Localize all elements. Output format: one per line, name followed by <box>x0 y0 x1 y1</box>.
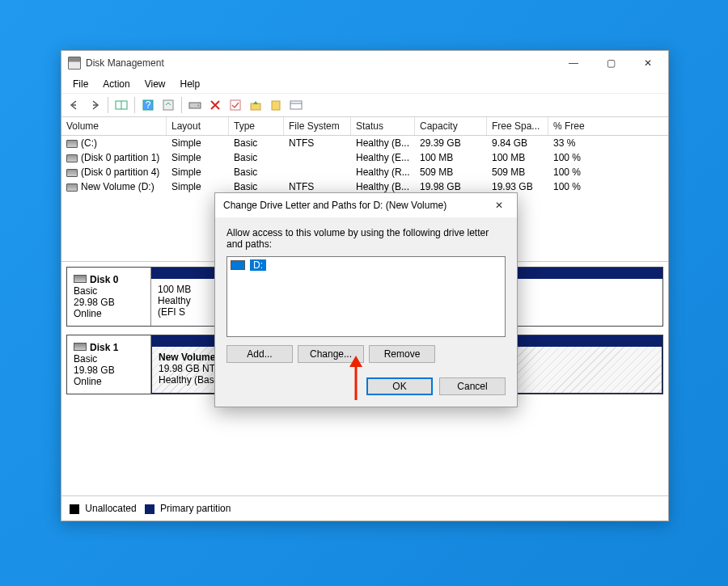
cell-type: Basic <box>229 137 284 150</box>
delete-icon[interactable] <box>206 96 224 114</box>
svg-rect-10 <box>290 101 302 109</box>
dialog-close-button[interactable]: ✕ <box>483 194 515 217</box>
col-capacity[interactable]: Capacity <box>415 117 487 135</box>
change-button[interactable]: Change... <box>298 345 364 363</box>
menu-action[interactable]: Action <box>96 77 136 91</box>
volume-icon <box>66 140 78 148</box>
legend-unallocated-label: Unallocated <box>85 503 136 514</box>
dialog-description: Allow access to this volume by using the… <box>226 227 506 250</box>
cell-fs: NTFS <box>284 137 351 150</box>
menubar: File Action View Help <box>61 75 668 94</box>
minimize-button[interactable]: — <box>555 51 592 75</box>
cell-capacity: 19.98 GB <box>415 180 487 193</box>
disk-icon <box>74 343 87 351</box>
cell-status: Healthy (B... <box>351 180 415 193</box>
col-type[interactable]: Type <box>229 117 284 135</box>
disk-name: Disk 0 <box>90 274 118 285</box>
volume-icon <box>66 154 78 162</box>
cell-status: Healthy (E... <box>351 151 415 164</box>
refresh-icon[interactable] <box>159 96 177 114</box>
check-icon[interactable] <box>226 96 244 114</box>
cell-pct: 100 % <box>548 151 599 164</box>
back-icon[interactable] <box>66 96 83 114</box>
legend: Unallocated Primary partition <box>61 495 668 521</box>
list-item-label: D: <box>250 259 266 271</box>
cell-type: Basic <box>229 151 284 164</box>
view-toggle-icon[interactable] <box>112 96 130 114</box>
up-folder-icon[interactable] <box>247 96 265 114</box>
menu-view[interactable]: View <box>138 77 172 91</box>
forward-icon[interactable] <box>86 96 104 114</box>
dialog-titlebar[interactable]: Change Drive Letter and Paths for D: (Ne… <box>215 193 517 217</box>
cell-layout: Simple <box>167 151 229 164</box>
disk-state: Online <box>74 376 102 387</box>
paste-icon[interactable] <box>267 96 285 114</box>
svg-rect-8 <box>251 103 260 110</box>
cell-capacity: 29.39 GB <box>415 137 487 150</box>
remove-button[interactable]: Remove <box>369 345 435 363</box>
cell-status: Healthy (R... <box>351 166 415 179</box>
col-status[interactable]: Status <box>351 117 415 135</box>
cell-layout: Simple <box>167 180 229 193</box>
svg-point-6 <box>197 105 199 107</box>
properties-icon[interactable] <box>287 96 305 114</box>
menu-file[interactable]: File <box>66 77 95 91</box>
cell-free: 9.84 GB <box>487 137 548 150</box>
svg-rect-7 <box>231 100 240 110</box>
volume-icon <box>66 183 78 192</box>
cell-pct: 33 % <box>548 137 599 150</box>
disk-icon[interactable] <box>186 96 204 114</box>
cell-volume: (Disk 0 partition 4) <box>81 167 159 178</box>
add-button[interactable]: Add... <box>226 345 293 363</box>
cell-free: 509 MB <box>487 166 548 179</box>
disk-name: Disk 1 <box>90 342 118 353</box>
cell-capacity: 100 MB <box>415 151 487 164</box>
disk-icon <box>74 275 87 283</box>
legend-primary-swatch <box>145 504 154 514</box>
cell-fs <box>284 171 351 173</box>
svg-text:?: ? <box>146 99 151 111</box>
cell-free: 100 MB <box>487 151 548 164</box>
disk-size: 29.98 GB <box>74 297 115 308</box>
col-layout[interactable]: Layout <box>167 117 229 135</box>
cell-type: Basic <box>229 166 284 179</box>
window-title: Disk Management <box>86 57 555 69</box>
cell-capacity: 509 MB <box>415 166 487 179</box>
partition[interactable]: 100 MBHealthy (EFI S <box>151 279 216 326</box>
disk-info[interactable]: Disk 0Basic29.98 GBOnline <box>67 268 151 326</box>
change-drive-letter-dialog: Change Drive Letter and Paths for D: (Ne… <box>214 192 518 407</box>
disk-info[interactable]: Disk 1Basic19.98 GBOnline <box>67 335 151 394</box>
cell-fs <box>284 157 351 158</box>
menu-help[interactable]: Help <box>174 77 207 91</box>
col-filesystem[interactable]: File System <box>284 117 351 135</box>
cell-pct: 100 % <box>548 166 599 179</box>
help-icon[interactable]: ? <box>139 96 157 114</box>
table-row[interactable]: (Disk 0 partition 4)SimpleBasicHealthy (… <box>61 165 668 179</box>
col-volume[interactable]: Volume <box>61 117 167 135</box>
app-icon <box>68 57 81 70</box>
maximize-button[interactable]: ▢ <box>592 51 629 75</box>
cell-type: Basic <box>229 180 284 193</box>
cell-free: 19.93 GB <box>487 180 548 193</box>
cell-status: Healthy (B... <box>351 137 415 150</box>
drive-icon <box>231 260 245 270</box>
ok-button[interactable]: OK <box>366 377 433 395</box>
cell-volume: New Volume (D:) <box>81 181 154 192</box>
col-pctfree[interactable]: % Free <box>548 117 668 135</box>
partition-size: 100 MB <box>158 284 210 295</box>
cancel-button[interactable]: Cancel <box>439 377 506 395</box>
cell-pct: 100 % <box>548 180 599 193</box>
close-button[interactable]: ✕ <box>629 51 667 75</box>
col-free[interactable]: Free Spa... <box>487 117 548 135</box>
table-row[interactable]: (Disk 0 partition 1)SimpleBasicHealthy (… <box>61 150 668 165</box>
toolbar: ? <box>61 94 668 117</box>
cell-layout: Simple <box>167 137 229 150</box>
drive-paths-listbox[interactable]: D: <box>226 256 506 337</box>
cell-volume: (C:) <box>81 137 97 149</box>
legend-unallocated-swatch <box>70 504 79 514</box>
list-item[interactable]: D: <box>229 259 503 272</box>
titlebar[interactable]: Disk Management — ▢ ✕ <box>61 51 668 75</box>
svg-rect-4 <box>163 100 173 110</box>
table-row[interactable]: (C:)SimpleBasicNTFSHealthy (B...29.39 GB… <box>61 136 668 150</box>
cell-fs: NTFS <box>284 180 351 193</box>
